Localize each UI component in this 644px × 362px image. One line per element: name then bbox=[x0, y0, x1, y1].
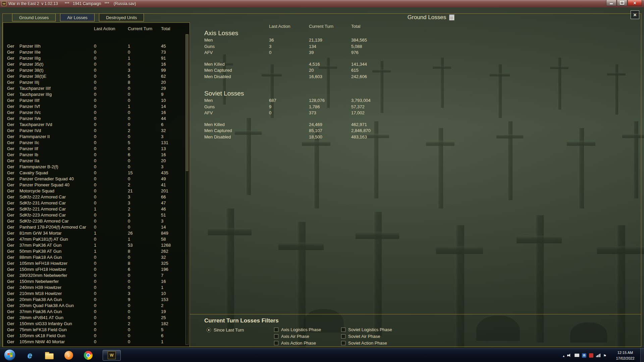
radio-icon[interactable] bbox=[207, 328, 211, 332]
start-button[interactable] bbox=[4, 349, 15, 361]
table-row[interactable]: Ger47mm PaK181(f) AT Gun0158 bbox=[3, 236, 185, 242]
filter-option[interactable]: Soviet Air Phase bbox=[341, 334, 392, 339]
minimize-button[interactable] bbox=[606, 0, 616, 6]
table-row[interactable]: GerPanzer 35(t)0016 bbox=[3, 61, 185, 67]
table-row[interactable]: Ger240mm H39 Howitzer001 bbox=[3, 285, 185, 291]
filter-option[interactable]: Soviet Action Phase bbox=[341, 341, 392, 345]
table-row[interactable]: Ger88mm Flak18 AA Gun0032 bbox=[3, 254, 185, 260]
table-row[interactable]: Ger105mm NbW 40 Mortar001 bbox=[3, 339, 185, 345]
table-row[interactable]: GerPanzer IVc0016 bbox=[3, 110, 185, 116]
table-row[interactable]: GerFlammpanzer B-2(f)003 bbox=[3, 164, 185, 170]
keyboard-icon[interactable] bbox=[575, 354, 579, 357]
filter-checkbox-label: Axis Air Phase bbox=[281, 334, 309, 339]
media-player-button[interactable] bbox=[64, 350, 74, 361]
table-row[interactable]: GerSdKfz-223 Armored Car0351 bbox=[3, 212, 185, 218]
table-row[interactable]: GerSdKfz-231 Armored Car0347 bbox=[3, 200, 185, 206]
filters-title: Current Turn Losses Filters bbox=[204, 317, 279, 324]
table-row[interactable]: Ger75mm leFK18 Field Gun005 bbox=[3, 327, 185, 333]
checkbox-icon[interactable] bbox=[341, 327, 345, 332]
app-tray-icon[interactable] bbox=[589, 353, 593, 358]
filter-option[interactable]: Axis Air Phase bbox=[274, 334, 321, 339]
summary-row: Men Disabled18,500483,163 bbox=[204, 134, 459, 140]
close-screen-button[interactable] bbox=[631, 10, 639, 19]
table-row[interactable]: GerPanzer Grenadier Squad 400049 bbox=[3, 176, 185, 182]
column-current-turn: Current Turn bbox=[309, 24, 351, 29]
antivirus-tray-icon[interactable] bbox=[582, 353, 586, 358]
checkbox-icon[interactable] bbox=[274, 341, 278, 345]
losses-table-panel: Last Action Current Turn Total GerPanzer… bbox=[3, 22, 190, 347]
table-row[interactable]: GerPanzer 38(t)E0562 bbox=[3, 73, 185, 79]
action-center-icon[interactable] bbox=[603, 352, 606, 358]
tab-destroyed-units[interactable]: Destroyed Units bbox=[99, 13, 144, 21]
table-row[interactable]: Ger20mm Quad Flak38 AA Gun002 bbox=[3, 303, 185, 309]
table-row[interactable]: GerTauchpanzer IIIf0029 bbox=[3, 85, 185, 92]
app-icon bbox=[2, 1, 6, 6]
table-row[interactable]: GerPanzer IIf0013 bbox=[3, 146, 185, 152]
table-row[interactable]: GerPanzer Pioneer Squad 400241 bbox=[3, 182, 185, 188]
table-row[interactable]: Ger150mm sIG33 Infantry Gun02182 bbox=[3, 321, 185, 327]
since-last-turn-option[interactable]: Since Last Turn bbox=[207, 327, 244, 333]
clock-date: 17/02/2022 bbox=[612, 356, 639, 361]
table-scrollbar[interactable] bbox=[185, 34, 189, 345]
table-row[interactable]: GerPanzer IVd0232 bbox=[3, 128, 185, 134]
maximize-button[interactable] bbox=[617, 0, 627, 6]
table-row[interactable]: GerPanzer IVe0044 bbox=[3, 116, 185, 122]
table-row[interactable]: Ger105mm sK18 Field Gun006 bbox=[3, 333, 185, 339]
close-window-button[interactable] bbox=[628, 0, 642, 6]
table-row[interactable]: GerCavalry Squad015435 bbox=[3, 170, 185, 176]
hidden-icons-chevron[interactable] bbox=[563, 352, 565, 358]
soviet-losses-section: Soviet Losses Men687128,0763,793,004Guns… bbox=[204, 89, 459, 140]
table-row[interactable]: GerTauchpanzer IIIg009 bbox=[3, 92, 185, 98]
table-row[interactable]: GerPanhard 178-P204(f) Armored Car0014 bbox=[3, 224, 185, 230]
table-row[interactable]: GerPanzer IIc05131 bbox=[3, 140, 185, 146]
table-row[interactable]: Ger81mm GrW 34 Mortar126849 bbox=[3, 230, 185, 236]
table-row[interactable]: Ger37mm Flak36 AA Gun0019 bbox=[3, 309, 185, 315]
network-icon[interactable] bbox=[596, 354, 600, 357]
table-row[interactable]: GerTauchpanzer IVd006 bbox=[3, 122, 185, 128]
game-taskbar-button[interactable] bbox=[103, 350, 121, 361]
table-row[interactable]: GerSdKfz-223B Armored Car003 bbox=[3, 218, 185, 224]
checkbox-icon[interactable] bbox=[341, 341, 345, 345]
table-row[interactable]: Ger105mm leFH18 Howitzer08325 bbox=[3, 260, 185, 266]
clock-time: 12:15 AM bbox=[612, 350, 639, 356]
tab-air-losses[interactable]: Air Losses bbox=[60, 13, 95, 21]
table-row[interactable]: Ger150mm Nebelwerfer0016 bbox=[3, 279, 185, 285]
show-desktop-button[interactable] bbox=[640, 348, 644, 362]
table-row[interactable]: GerPanzer Ib0616 bbox=[3, 152, 185, 158]
filter-checkbox-label: Axis Logistics Phase bbox=[281, 327, 321, 332]
table-row[interactable]: GerPanzer IVf0114 bbox=[3, 104, 185, 110]
taskbar-clock[interactable]: 12:15 AM 17/02/2022 bbox=[612, 350, 639, 361]
table-row[interactable]: GerSdKfz-222 Armored Car0366 bbox=[3, 194, 185, 200]
table-row[interactable]: GerPanzer IIIg0191 bbox=[3, 55, 185, 61]
checkbox-icon[interactable] bbox=[274, 334, 278, 339]
table-row[interactable]: Ger37mm PaK36 AT Gun1531268 bbox=[3, 242, 185, 248]
table-row[interactable]: Ger280/320mm Nebelwerfer007 bbox=[3, 273, 185, 279]
table-row[interactable]: Ger28mm sPzB41 AT Gun0025 bbox=[3, 315, 185, 321]
filter-checkbox-label: Soviet Air Phase bbox=[348, 334, 380, 339]
filter-option[interactable]: Soviet Logistics Phase bbox=[341, 327, 392, 332]
filter-option[interactable]: Axis Logistics Phase bbox=[274, 327, 321, 332]
table-row[interactable]: GerPanzer IIIh0145 bbox=[3, 43, 185, 49]
internet-explorer-button[interactable] bbox=[25, 350, 35, 361]
table-row[interactable]: GerPanzer IIIj0820 bbox=[3, 79, 185, 85]
checkbox-icon[interactable] bbox=[341, 334, 345, 339]
table-row[interactable]: Ger210mm M18 Howitzer0310 bbox=[3, 291, 185, 297]
checkbox-icon[interactable] bbox=[274, 327, 278, 332]
scrollbar-thumb[interactable] bbox=[186, 35, 188, 171]
table-row[interactable]: GerPanzer IIa0020 bbox=[3, 158, 185, 164]
report-icon[interactable] bbox=[449, 14, 454, 20]
file-explorer-button[interactable] bbox=[44, 350, 54, 361]
table-row[interactable]: GerMotorcycle Squad021201 bbox=[3, 188, 185, 194]
table-row[interactable]: GerPanzer 38(t)0399 bbox=[3, 67, 185, 73]
table-row[interactable]: Ger50mm PaK38 AT Gun18262 bbox=[3, 248, 185, 254]
table-row[interactable]: GerFlammpanzer II003 bbox=[3, 134, 185, 140]
table-row[interactable]: GerSdKfz-221 Armored Car1246 bbox=[3, 206, 185, 212]
filter-option[interactable]: Axis Action Phase bbox=[274, 341, 321, 345]
chrome-button[interactable] bbox=[83, 350, 93, 361]
tab-ground-losses[interactable]: Ground Losses bbox=[12, 13, 56, 21]
volume-icon[interactable] bbox=[567, 353, 572, 358]
table-row[interactable]: GerPanzer IIIe0073 bbox=[3, 49, 185, 55]
table-row[interactable]: Ger150mm sFH18 Howitzer06196 bbox=[3, 266, 185, 273]
table-row[interactable]: GerPanzer IIIf0010 bbox=[3, 98, 185, 104]
table-row[interactable]: Ger20mm Flak38 AA Gun09153 bbox=[3, 297, 185, 303]
